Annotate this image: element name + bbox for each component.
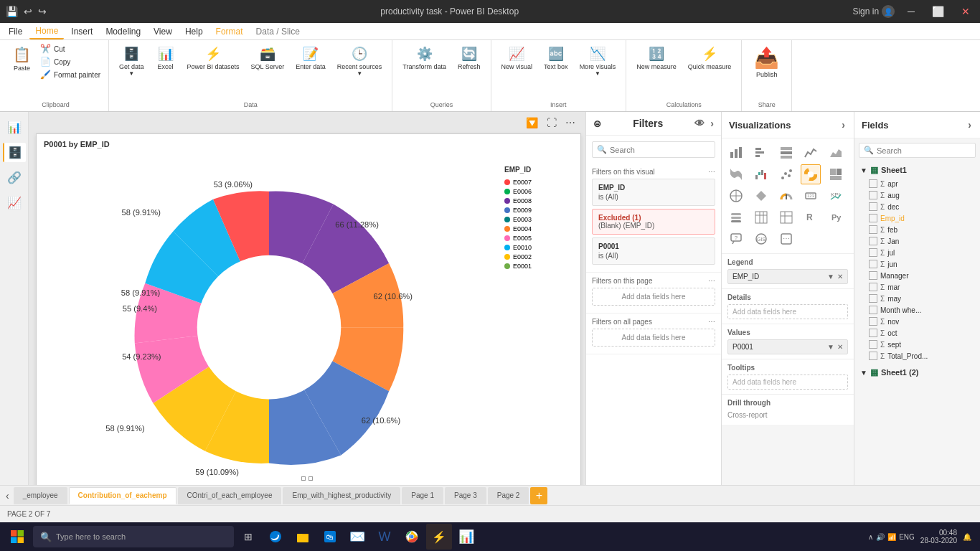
filters-page-more[interactable]: ⋯ <box>708 277 715 285</box>
viz-legend-dropdown-btn[interactable]: ▼ <box>827 273 834 281</box>
field-checkbox-sept[interactable] <box>869 340 877 349</box>
viz-expand-btn[interactable]: › <box>840 118 847 132</box>
close-btn[interactable]: ✕ <box>957 4 974 19</box>
viz-python-btn[interactable]: Py <box>826 207 846 227</box>
field-apr[interactable]: Σ apr <box>854 178 980 189</box>
fields-search-input[interactable] <box>877 146 971 155</box>
sign-in-btn[interactable]: Sign in 👤 <box>852 5 895 18</box>
filters-all-more[interactable]: ⋯ <box>708 318 715 326</box>
page-tab-emp-highest[interactable]: Emp_with_highest_productivity <box>283 487 400 504</box>
field-sept[interactable]: Σ sept <box>854 339 980 350</box>
viz-legend-remove-btn[interactable]: ✕ <box>837 273 843 281</box>
new-measure-btn[interactable]: 🔢 New measure <box>632 43 681 73</box>
cut-btn[interactable]: ✂️ Cut <box>38 43 103 55</box>
viz-matrix-btn[interactable] <box>776 207 796 227</box>
left-icon-analytics[interactable]: 📈 <box>3 193 26 212</box>
resize-dot[interactable] <box>308 476 313 481</box>
quick-measure-btn[interactable]: ⚡ Quick measure <box>684 43 736 73</box>
taskbar-edge-btn[interactable] <box>263 524 288 550</box>
viz-filled-map-btn[interactable] <box>751 186 771 206</box>
field-checkbox-dec[interactable] <box>869 202 877 211</box>
taskbar-store-btn[interactable]: 🛍 <box>317 524 343 550</box>
viz-gauge-btn[interactable] <box>776 186 796 206</box>
filter-excluded[interactable]: Excluded (1) (Blank) (EMP_ID) <box>592 209 715 235</box>
left-icon-data[interactable]: 🗄️ <box>3 143 26 162</box>
viz-values-dropdown-btn[interactable]: ▼ <box>827 343 834 351</box>
page-tab-page3[interactable]: Page 3 <box>445 487 486 504</box>
page-tab-page1[interactable]: Page 1 <box>402 487 443 504</box>
fields-table-sheet1[interactable]: ▼ ▦ Sheet1 <box>854 162 980 178</box>
filter-canvas-btn[interactable]: 🔽 <box>523 116 541 130</box>
field-checkbox-mar[interactable] <box>869 283 877 291</box>
viz-details-placeholder[interactable]: Add data fields here <box>727 304 848 319</box>
get-data-btn[interactable]: 🗄️ Get data ▼ <box>115 43 149 80</box>
taskbar-search-box[interactable]: 🔍 Type here to search <box>33 526 234 547</box>
viz-kpi-btn[interactable]: KPI <box>826 186 846 206</box>
viz-r-script-btn[interactable]: R <box>801 207 821 227</box>
filter-emp-id[interactable]: EMP_ID is (All) <box>592 179 715 206</box>
menu-format[interactable]: Format <box>210 24 249 39</box>
filters-page-add-btn[interactable]: Add data fields here <box>592 288 715 306</box>
field-dec[interactable]: Σ dec <box>854 201 980 212</box>
viz-slicer-btn[interactable] <box>726 207 746 227</box>
viz-values-field[interactable]: P0001 ▼ ✕ <box>727 339 848 354</box>
field-checkbox-month[interactable] <box>869 306 877 314</box>
taskbar-notification-btn[interactable]: 🔔 <box>963 533 971 541</box>
minimize-btn[interactable]: ─ <box>903 4 919 19</box>
field-checkbox-empid[interactable] <box>869 214 877 222</box>
viz-scatter-btn[interactable] <box>776 164 796 184</box>
field-checkbox-jun[interactable] <box>869 260 877 268</box>
viz-ribbon-chart-btn[interactable] <box>726 164 746 184</box>
page-tab-contribution[interactable]: Contribution_of_eachemp <box>69 487 176 504</box>
field-emp-id[interactable]: Emp_id <box>854 212 980 224</box>
field-may[interactable]: Σ may <box>854 293 980 304</box>
field-checkbox-jan[interactable] <box>869 237 877 245</box>
left-icon-report[interactable]: 📊 <box>3 118 26 137</box>
excel-btn[interactable]: 📊 Excel <box>151 43 180 73</box>
field-manager[interactable]: Manager <box>854 270 980 281</box>
transform-data-btn[interactable]: ⚙️ Transform data <box>398 43 451 73</box>
add-page-btn[interactable]: + <box>530 487 547 504</box>
menu-data-slice[interactable]: Data / Slice <box>250 24 306 39</box>
undo-btn[interactable]: ↩ <box>24 6 32 17</box>
field-checkbox-totalprod[interactable] <box>869 352 877 360</box>
menu-home[interactable]: Home <box>29 24 64 39</box>
menu-view[interactable]: View <box>148 24 178 39</box>
more-visuals-btn[interactable]: 📉 More visuals ▼ <box>575 43 621 80</box>
start-btn[interactable] <box>3 524 32 550</box>
viz-line-chart-btn[interactable] <box>801 143 821 163</box>
resize-dot[interactable] <box>301 476 306 481</box>
field-checkbox-may[interactable] <box>869 294 877 303</box>
recent-sources-btn[interactable]: 🕒 Recent sources ▼ <box>333 43 387 80</box>
enter-data-btn[interactable]: 📝 Enter data <box>291 43 330 73</box>
viz-values-remove-btn[interactable]: ✕ <box>837 343 843 351</box>
fields-expand-btn[interactable]: › <box>966 118 973 132</box>
viz-clustered-bar-btn[interactable] <box>751 143 771 163</box>
power-bi-datasets-btn[interactable]: ⚡ Power BI datasets <box>183 43 244 73</box>
viz-treemap-btn[interactable] <box>826 164 846 184</box>
taskbar-taskview-btn[interactable]: ⊞ <box>235 524 261 550</box>
field-nov[interactable]: Σ nov <box>854 316 980 327</box>
menu-insert[interactable]: Insert <box>65 24 98 39</box>
viz-qa-btn[interactable]: ? <box>726 229 746 249</box>
field-checkbox-oct[interactable] <box>869 329 877 337</box>
viz-card-btn[interactable]: 123 <box>801 186 821 206</box>
filters-all-add-btn[interactable]: Add data fields here <box>592 329 715 347</box>
menu-help[interactable]: Help <box>179 24 209 39</box>
left-icon-model[interactable]: 🔗 <box>3 168 26 187</box>
format-painter-btn[interactable]: 🖌️ Format painter <box>38 69 103 80</box>
page-tab-employee[interactable]: _employee <box>14 487 67 504</box>
viz-legend-field[interactable]: EMP_ID ▼ ✕ <box>727 269 848 284</box>
text-box-btn[interactable]: 🔤 Text box <box>540 43 573 73</box>
viz-100pct-bar-btn[interactable] <box>776 143 796 163</box>
sql-server-btn[interactable]: 🗃️ SQL Server <box>247 43 289 73</box>
filters-visual-more[interactable]: ⋯ <box>708 168 715 176</box>
new-visual-btn[interactable]: 📈 New visual <box>497 43 537 73</box>
taskbar-powerbi-btn[interactable]: ⚡ <box>426 524 452 550</box>
maximize-btn[interactable]: ⬜ <box>928 4 948 19</box>
taskbar-file-explorer-btn[interactable] <box>290 524 316 550</box>
viz-arcgis-btn[interactable]: GIS <box>751 229 771 249</box>
viz-custom-btn[interactable]: ⋯ <box>776 229 796 249</box>
field-oct[interactable]: Σ oct <box>854 327 980 339</box>
field-total-prod[interactable]: Σ Total_Prod... <box>854 350 980 362</box>
